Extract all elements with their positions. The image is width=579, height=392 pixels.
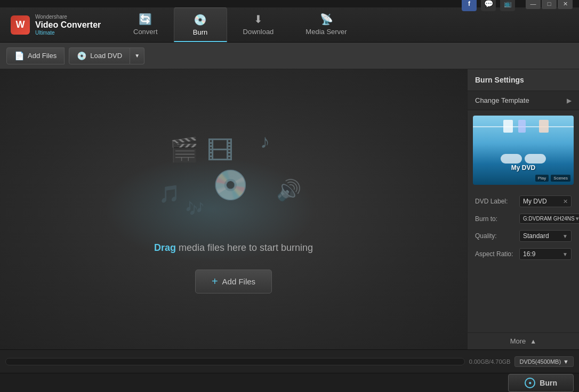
toolbar: 📄 Add Files 💿 Load DVD ▼ xyxy=(0,43,579,69)
cloud-1 xyxy=(501,154,522,164)
burn-disc-icon: ● xyxy=(525,378,535,388)
add-files-button[interactable]: 📄 Add Files xyxy=(6,47,65,64)
load-dvd-group: 💿 Load DVD ▼ xyxy=(69,47,144,64)
logo-icon: W xyxy=(11,15,30,35)
burn-to-arrow-icon: ▼ xyxy=(575,216,579,222)
plus-icon: + xyxy=(212,275,218,288)
film-reel-icon: 🎞 xyxy=(207,136,234,167)
nav-tabs: 🔄 Convert 💿 Burn ⬇ Download 📡 Media Serv… xyxy=(117,7,579,42)
more-label: More xyxy=(510,337,526,345)
quality-label: Quality: xyxy=(475,232,515,240)
logo-brand: Wondershare xyxy=(35,14,101,20)
dvd-preview: My DVD Play Scenes xyxy=(473,116,574,185)
logo-title: Video Converter xyxy=(35,20,101,30)
change-template-label: Change Template xyxy=(475,96,529,104)
burn-area: ● Burn xyxy=(0,373,579,392)
dvd-preview-controls: Play Scenes xyxy=(535,175,570,182)
more-arrow-icon: ▲ xyxy=(530,338,536,345)
logo-text: Wondershare Video Converter Ultimate xyxy=(35,14,101,36)
burn-to-select[interactable]: G:DVDRAM GH24NS ▼ xyxy=(519,214,579,224)
clouds xyxy=(473,154,574,164)
load-dvd-button[interactable]: 💿 Load DVD xyxy=(69,47,130,64)
dvd-preview-content: My DVD Play Scenes xyxy=(473,116,574,185)
drag-rest-text: media files here to start burning xyxy=(176,242,313,253)
burn-to-row: Burn to: G:DVDRAM GH24NS ▼ xyxy=(475,214,572,224)
quality-control: Standard ▼ xyxy=(519,230,572,242)
dvd-preview-label: My DVD xyxy=(511,164,535,172)
aspect-ratio-select[interactable]: 16:9 ▼ xyxy=(519,248,572,260)
quality-arrow-icon: ▼ xyxy=(562,233,568,239)
drop-text: Drag media files here to start burning xyxy=(154,242,313,254)
cloth-3 xyxy=(539,120,549,133)
burn-to-label: Burn to: xyxy=(475,215,515,223)
dvd-play-button[interactable]: Play xyxy=(535,175,549,182)
quality-value: Standard xyxy=(523,232,549,240)
load-dvd-dropdown-arrow[interactable]: ▼ xyxy=(130,47,144,64)
add-files-icon: 📄 xyxy=(14,51,25,61)
cloth-1 xyxy=(503,120,513,133)
tab-burn[interactable]: 💿 Burn xyxy=(174,7,227,42)
dvd-scenes-button[interactable]: Scenes xyxy=(551,175,570,182)
tab-media-server-label: Media Server xyxy=(305,28,347,36)
panel-title: Burn Settings xyxy=(468,69,579,91)
disc-icon: 💿 xyxy=(212,168,249,202)
burn-button-label: Burn xyxy=(540,379,557,387)
tab-burn-label: Burn xyxy=(193,28,207,36)
dvd-label-label: DVD Label: xyxy=(475,198,515,205)
burn-button[interactable]: ● Burn xyxy=(508,374,574,392)
media-server-icon: 📡 xyxy=(320,13,333,26)
aspect-ratio-arrow-icon: ▼ xyxy=(562,251,568,257)
load-dvd-icon: 💿 xyxy=(77,51,87,61)
quality-select[interactable]: Standard ▼ xyxy=(519,230,572,242)
download-icon: ⬇ xyxy=(254,13,263,26)
cloth-2 xyxy=(518,120,526,133)
more-button[interactable]: More ▲ xyxy=(468,332,579,349)
convert-icon: 🔄 xyxy=(139,13,152,26)
tab-download-label: Download xyxy=(243,28,274,36)
music-note-icon: ♪ xyxy=(260,130,270,153)
dvd-label-row: DVD Label: My DVD ✕ xyxy=(475,195,572,207)
tab-convert[interactable]: 🔄 Convert xyxy=(117,7,174,42)
status-bar: 0.00GB/4.70GB DVD5(4500MB) ▼ xyxy=(0,349,579,373)
dvd-label-value: My DVD xyxy=(523,198,547,205)
cloud-2 xyxy=(525,154,546,164)
quality-row: Quality: Standard ▼ xyxy=(475,230,572,242)
storage-info: 0.00GB/4.70GB xyxy=(469,358,511,365)
nav-bar: W Wondershare Video Converter Ultimate 🔄… xyxy=(0,7,579,43)
burn-to-control: G:DVDRAM GH24NS ▼ xyxy=(519,214,579,224)
logo-edition: Ultimate xyxy=(35,30,101,36)
burn-settings-panel: Burn Settings Change Template ▶ My DVD P… xyxy=(467,69,579,349)
dvd-label-clear-button[interactable]: ✕ xyxy=(563,198,568,205)
change-template-button[interactable]: Change Template ▶ xyxy=(468,91,579,110)
dvd-label-input[interactable]: My DVD ✕ xyxy=(519,195,572,207)
add-files-group: 📄 Add Files xyxy=(6,47,65,64)
change-template-arrow-icon: ▶ xyxy=(567,97,572,104)
aspect-ratio-row: Aspect Ratio: 16:9 ▼ xyxy=(475,248,572,260)
aspect-ratio-label: Aspect Ratio: xyxy=(475,250,515,258)
burn-icon: 💿 xyxy=(194,13,207,26)
aspect-ratio-value: 16:9 xyxy=(523,250,535,258)
drop-zone[interactable]: 🎬 🎞 ♪ 🎵 💿 🔊 🎶 Drag media files here to s… xyxy=(0,69,467,349)
burn-settings-section: DVD Label: My DVD ✕ Burn to: G:DVDRAM GH… xyxy=(468,190,579,332)
add-files-big-button[interactable]: + Add Files xyxy=(195,270,272,293)
load-dvd-label: Load DVD xyxy=(90,52,122,60)
add-files-label: Add Files xyxy=(28,52,57,60)
sound-wave-icon: 🔊 xyxy=(276,178,301,202)
progress-bar-container xyxy=(5,358,465,365)
main-layout: 🎬 🎞 ♪ 🎵 💿 🔊 🎶 Drag media files here to s… xyxy=(0,69,579,349)
disc-type-arrow-icon: ▼ xyxy=(563,358,569,365)
media-icons-area: 🎬 🎞 ♪ 🎵 💿 🔊 🎶 xyxy=(143,125,324,232)
tab-convert-label: Convert xyxy=(133,28,158,36)
aspect-ratio-control: 16:9 ▼ xyxy=(519,248,572,260)
tab-download[interactable]: ⬇ Download xyxy=(227,7,290,42)
video-file-icon: 🎬 xyxy=(170,136,199,164)
music-note-2-icon: 🎵 xyxy=(159,184,180,204)
tab-media-server[interactable]: 📡 Media Server xyxy=(290,7,363,42)
title-bar: f 💬 📺 — □ ✕ xyxy=(0,0,579,7)
burn-to-value: G:DVDRAM GH24NS xyxy=(523,216,575,222)
logo-area: W Wondershare Video Converter Ultimate xyxy=(0,7,117,42)
disc-type-value: DVD5(4500MB) xyxy=(519,358,561,365)
dvd-label-control: My DVD ✕ xyxy=(519,195,572,207)
add-files-big-label: Add Files xyxy=(222,277,256,286)
disc-type-select[interactable]: DVD5(4500MB) ▼ xyxy=(514,356,574,367)
